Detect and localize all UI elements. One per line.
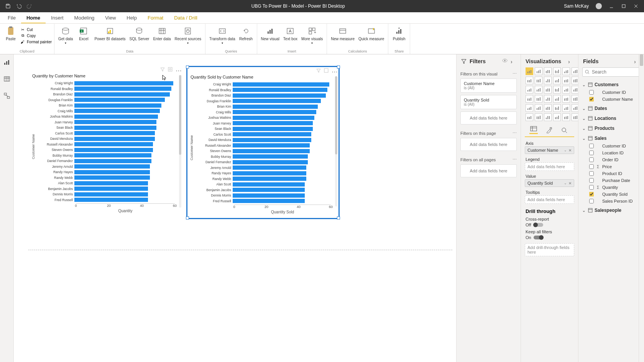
bar-row[interactable]: Juan Harvey [36,120,175,125]
chart-scrollbar[interactable] [179,75,181,208]
bar-fill[interactable] [233,188,305,192]
bar-fill[interactable] [74,192,148,197]
bar-row[interactable]: David Mendoza [194,137,331,143]
excel-button[interactable]: XExcel [75,25,92,42]
field-checkbox[interactable] [589,164,594,169]
field-customer-name[interactable]: Customer Name [589,96,640,103]
bar-row[interactable]: Randy Hayes [36,169,175,175]
tooltips-placeholder[interactable]: Add data fields here [525,195,574,204]
collapse-icon[interactable]: › [568,59,573,64]
legend-placeholder[interactable]: Add data fields here [525,162,574,171]
viz-type-8[interactable] [544,77,552,84]
sql-server-button[interactable]: SQL Server [128,25,151,42]
report-canvas[interactable]: ⋯ Quantity by Customer NameCustomer Name… [14,54,456,362]
viz-type-18[interactable] [526,95,533,103]
bar-row[interactable]: Sean Black [36,125,175,131]
viz-type-22[interactable] [562,95,570,103]
table-products[interactable]: ⌄Products [582,124,640,133]
data-view-icon[interactable] [2,74,12,84]
menu-tab-home[interactable]: Home [21,13,46,23]
viz-type-10[interactable] [562,77,570,84]
bar-row[interactable]: Brian Kim [194,104,331,110]
bar-fill[interactable] [233,193,305,198]
viz-type-20[interactable] [544,95,552,103]
pbi-datasets-button[interactable]: Power BI datasets [93,25,127,42]
bar-row[interactable]: Benjamin Jacobs [194,187,331,193]
bar-row[interactable]: Jeremy Arnold [194,165,331,171]
fields-search[interactable] [582,67,640,77]
field-checkbox[interactable] [589,199,594,203]
avatar[interactable] [596,3,602,9]
filter-card-customer-name[interactable]: Customer Nameis (All) [460,79,517,93]
bar-row[interactable]: Jeremy Arnold [36,164,175,170]
viz-type-7[interactable] [535,77,542,84]
bar-fill[interactable] [74,170,150,174]
bar-fill[interactable] [74,120,156,124]
publish-button[interactable]: Publish [391,25,407,42]
bar-fill[interactable] [74,187,148,191]
field-checkbox[interactable] [589,185,594,190]
bar-row[interactable]: Daniel Fernandez [194,159,331,165]
bar-fill[interactable] [74,159,151,163]
more-icon[interactable]: ⋯ [332,68,336,73]
bar-row[interactable]: Alan Scott [36,180,175,186]
bar-row[interactable]: Brandon Diaz [36,92,175,97]
field-checkbox[interactable] [589,192,594,197]
menu-tab-help[interactable]: Help [121,13,142,23]
resize-handle-ne[interactable] [337,66,340,69]
bar-row[interactable]: Dennis Morris [36,192,175,197]
bar-fill[interactable] [233,99,321,103]
viz-type-13[interactable] [535,86,542,93]
bar-fill[interactable] [74,87,171,91]
menu-tab-modeling[interactable]: Modeling [69,13,100,23]
field-checkbox[interactable] [589,171,594,176]
bar-fill[interactable] [233,177,306,181]
bar-fill[interactable] [233,116,314,120]
drill-through-placeholder[interactable]: Add drill-through fields here [525,243,574,256]
resize-handle-sw[interactable] [186,216,189,219]
add-visual-filter[interactable]: Add data fields here [460,111,517,124]
chevron-down-icon[interactable]: ⌄ [564,148,567,152]
field-checkbox[interactable] [589,144,594,148]
viz-type-21[interactable] [553,95,561,103]
chart-scrollbar[interactable] [335,76,337,206]
bar-row[interactable]: Randy Webb [36,175,175,181]
bar-row[interactable]: Craig Wright [36,80,175,86]
bar-row[interactable]: Ronald Bradley [194,87,331,93]
model-view-icon[interactable] [2,91,12,100]
remove-icon[interactable]: ✕ [568,148,572,152]
transform-data-button[interactable]: Transform data▾ [208,25,237,46]
viz-type-14[interactable] [544,86,552,93]
bar-fill[interactable] [233,138,311,142]
resize-handle-nw[interactable] [186,66,189,69]
bar-fill[interactable] [74,131,155,135]
save-icon[interactable] [5,3,11,9]
viz-type-25[interactable] [535,104,542,112]
bar-row[interactable]: Fred Russell [194,198,331,204]
close-icon[interactable] [633,3,639,9]
bar-fill[interactable] [233,88,327,92]
vertical-scrollbar[interactable] [639,54,644,362]
refresh-button[interactable]: Refresh [238,25,255,42]
bar-fill[interactable] [74,142,153,146]
report-view-icon[interactable] [2,57,12,67]
bar-row[interactable]: Craig Mills [36,108,175,114]
bar-row[interactable]: Fred Russell [36,197,175,203]
bar-fill[interactable] [233,110,316,114]
viz-type-24[interactable] [526,104,533,112]
field-product-id[interactable]: Product ID [589,170,640,177]
bar-row[interactable]: David Mendoza [36,136,175,142]
viz-type-30[interactable] [526,113,533,121]
analytics-tab-icon[interactable] [560,126,568,134]
recent-sources-button[interactable]: Recent sources▾ [173,25,203,46]
bar-fill[interactable] [233,182,305,187]
bar-row[interactable]: Craig Mills [194,110,331,115]
bar-row[interactable]: Bobby Murray [36,153,175,159]
bar-fill[interactable] [74,92,170,97]
format-tab-icon[interactable] [545,126,553,134]
field-quantity-sold[interactable]: Quantity Sold [589,191,640,198]
cut-button[interactable]: ✂Cut [20,27,52,32]
bar-row[interactable]: Sean Black [194,126,331,132]
table-salespeople[interactable]: ⌄Salespeople [582,206,640,215]
get-data-button[interactable]: Get data▾ [57,25,74,46]
